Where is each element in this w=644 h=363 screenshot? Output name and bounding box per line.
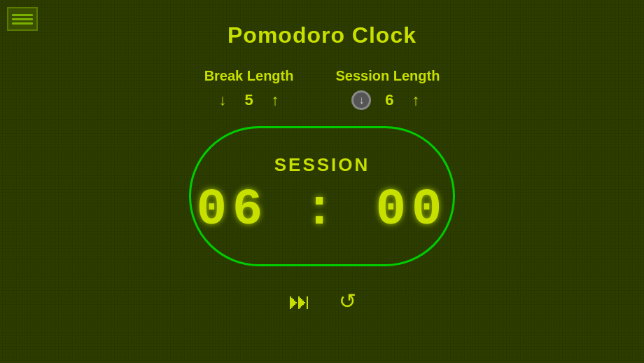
break-decrement-button[interactable]: ↓	[215, 90, 231, 111]
session-increment-button[interactable]: ↑	[407, 90, 424, 111]
bottom-controls: ⏭ ↺	[283, 287, 362, 315]
session-decrement-button[interactable]	[351, 90, 371, 110]
play-pause-button[interactable]: ⏭	[283, 287, 316, 315]
break-length-label: Break Length	[204, 68, 294, 84]
logo-box	[7, 7, 38, 31]
break-value: 5	[241, 91, 258, 109]
logo-line-1	[12, 14, 33, 16]
timer-container: SESSION 06 : 00	[189, 126, 455, 266]
session-length-label: Session Length	[335, 68, 440, 84]
break-buttons: ↓ 5 ↑	[215, 90, 284, 111]
timer-mode-label: SESSION	[274, 154, 370, 176]
logo-line-2	[12, 18, 33, 20]
session-control-group: Session Length 6 ↑	[335, 68, 440, 111]
break-control-group: Break Length ↓ 5 ↑	[204, 68, 294, 111]
session-buttons: 6 ↑	[351, 90, 424, 111]
timer-display: 06 : 00	[197, 182, 447, 239]
page-title: Pomodoro Clock	[227, 22, 416, 48]
reset-button[interactable]: ↺	[333, 288, 362, 315]
controls-row: Break Length ↓ 5 ↑ Session Length 6 ↑	[204, 68, 440, 111]
session-value: 6	[381, 91, 398, 109]
break-increment-button[interactable]: ↑	[267, 90, 284, 111]
logo-line-3	[12, 22, 33, 25]
